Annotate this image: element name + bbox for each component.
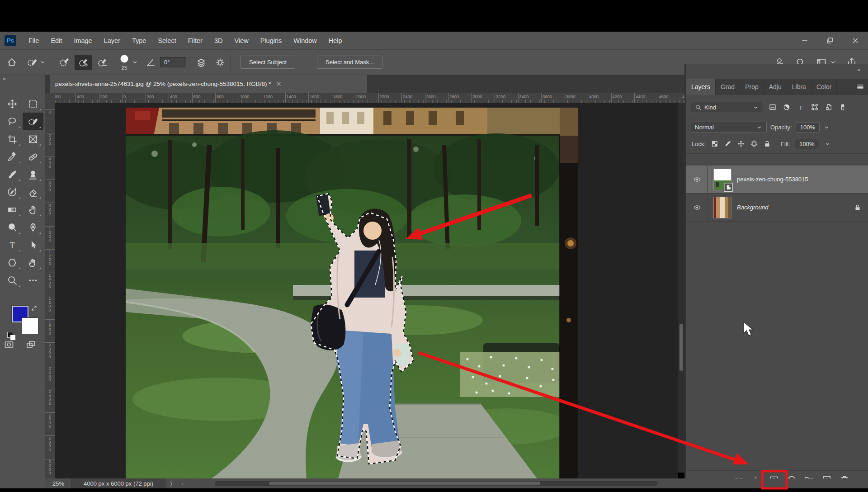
status-zoom-level[interactable]: 25% (45, 478, 72, 488)
new-selection-mode-button[interactable] (56, 55, 73, 70)
type-tool[interactable]: T (2, 236, 23, 254)
layer-visibility-toggle[interactable] (686, 194, 708, 221)
collapse-panels-chevrons[interactable]: » (857, 66, 860, 73)
status-chevron[interactable]: ⟩ (165, 480, 177, 487)
canvas-viewport[interactable] (55, 103, 678, 478)
menu-plugins[interactable]: Plugins (255, 32, 288, 50)
lock-all-button[interactable] (763, 140, 771, 148)
panel-menu-button[interactable] (856, 79, 868, 95)
panel-tab-color[interactable]: Color (811, 79, 837, 95)
menu-filter[interactable]: Filter (182, 32, 208, 50)
ruler-corner[interactable] (45, 93, 55, 103)
filter-adjust-button[interactable] (783, 103, 791, 111)
screen-mode-button[interactable] (25, 339, 36, 350)
frame-tool[interactable] (23, 130, 43, 148)
layer-filter-kind-combo[interactable]: Kind (691, 102, 763, 113)
dodge-tool[interactable] (2, 218, 23, 236)
photoshop-logo[interactable]: Ps (5, 35, 16, 46)
menu-file[interactable]: File (23, 32, 45, 50)
collapse-tools-chevrons[interactable]: « (3, 75, 5, 82)
close-button[interactable] (843, 32, 868, 50)
chevron-down-icon[interactable] (824, 141, 831, 147)
opacity-field[interactable]: 100% (796, 122, 820, 132)
healing-brush-tool[interactable] (23, 148, 43, 166)
horizontal-scrollbar[interactable] (215, 481, 658, 486)
menu-help[interactable]: Help (323, 32, 348, 50)
menu-type[interactable]: Type (126, 32, 152, 50)
filter-smart-button[interactable] (825, 103, 833, 111)
gradient-tool[interactable] (2, 201, 23, 218)
layer-name[interactable]: pexels-zen-chung-5538015 (737, 176, 868, 183)
paint-brush-tool[interactable] (2, 166, 23, 183)
add-selection-mode-button[interactable] (75, 55, 92, 70)
select-and-mask-button[interactable]: Select and Mask... (317, 56, 382, 69)
layer-visibility-toggle[interactable] (686, 166, 708, 193)
lock-pixels-button[interactable] (724, 140, 732, 148)
select-subject-button[interactable]: Select Subject (241, 56, 295, 69)
lock-transparent-button[interactable] (711, 140, 719, 148)
filter-pixel-button[interactable] (769, 103, 777, 111)
menu-window[interactable]: Window (288, 32, 323, 50)
menu-3d[interactable]: 3D (208, 32, 229, 50)
fill-field[interactable]: 100% (795, 139, 819, 149)
panel-tab-grad[interactable]: Grad (716, 79, 740, 95)
background-color-swatch[interactable] (22, 317, 38, 334)
menu-edit[interactable]: Edit (45, 32, 68, 50)
smudge-tool[interactable] (23, 201, 43, 218)
brush-settings-button[interactable] (215, 57, 226, 68)
filter-type-button[interactable]: T (797, 103, 805, 111)
swap-colors-icon[interactable] (31, 305, 38, 312)
home-button[interactable] (6, 57, 17, 68)
menu-view[interactable]: View (229, 32, 255, 50)
brush-size-picker[interactable]: 25 (119, 54, 130, 71)
restore-button[interactable] (817, 32, 843, 50)
hand-tool[interactable] (23, 254, 43, 271)
minimize-button[interactable] (792, 32, 817, 50)
filter-toggle-button[interactable] (839, 103, 847, 111)
shape-tool[interactable] (2, 254, 23, 271)
path-select-tool[interactable] (23, 236, 43, 254)
layer-row-1[interactable]: pexels-zen-chung-5538015 (686, 166, 868, 194)
chevron-down-icon[interactable] (823, 124, 830, 131)
horizontal-ruler[interactable]: 6004002000200400600800100012001400160018… (55, 93, 686, 103)
panel-tab-prop[interactable]: Prop (740, 79, 764, 95)
vertical-scrollbar[interactable] (678, 103, 684, 473)
layer-thumbnail[interactable] (713, 197, 731, 218)
canvas-photo[interactable] (126, 108, 578, 478)
vertical-ruler[interactable]: 0200400600800100012001400160018002000220… (45, 103, 55, 478)
marquee-tool[interactable] (23, 95, 43, 113)
more-tool[interactable] (23, 271, 43, 289)
layer-name[interactable]: Background (737, 204, 854, 211)
document-tab[interactable]: pexels-shvets-anna-2574631.jpg @ 25% (pe… (50, 75, 367, 93)
current-tool-preset[interactable] (27, 57, 46, 68)
lock-artboard-button[interactable] (750, 140, 758, 148)
chevron-down-icon[interactable] (132, 59, 138, 66)
lock-position-button[interactable] (737, 140, 745, 148)
menu-layer[interactable]: Layer (98, 32, 126, 50)
move-tool[interactable] (2, 95, 23, 113)
layer-thumbnail[interactable] (713, 169, 731, 190)
selection-brush-tool[interactable] (23, 113, 43, 130)
panel-tab-adju[interactable]: Adju (764, 79, 787, 95)
lasso-tool[interactable] (2, 113, 23, 130)
tab-close-icon[interactable] (275, 80, 282, 87)
panel-tab-layers[interactable]: Layers (686, 79, 716, 95)
pen-tool[interactable] (23, 218, 43, 236)
vertical-scrollbar-thumb[interactable] (679, 324, 683, 371)
crop-tool[interactable] (2, 130, 23, 148)
history-brush-tool[interactable] (2, 183, 23, 201)
panel-tab-libra[interactable]: Libra (787, 79, 811, 95)
subtract-selection-mode-button[interactable] (94, 55, 111, 70)
filter-shape-button[interactable] (811, 103, 819, 111)
eyedropper-tool[interactable] (2, 148, 23, 166)
blend-mode-select[interactable]: Normal (691, 122, 767, 133)
quick-mask-button[interactable] (4, 339, 14, 350)
horizontal-scrollbar-thumb[interactable] (269, 482, 540, 485)
scroll-left-arrow[interactable]: ‹ (177, 480, 188, 487)
zoom-tool[interactable] (2, 271, 23, 289)
menu-image[interactable]: Image (68, 32, 98, 50)
angle-field[interactable]: 0° (160, 57, 186, 67)
layer-row-2[interactable]: Background (686, 194, 868, 222)
eraser-tool[interactable] (23, 183, 43, 201)
menu-select[interactable]: Select (152, 32, 182, 50)
